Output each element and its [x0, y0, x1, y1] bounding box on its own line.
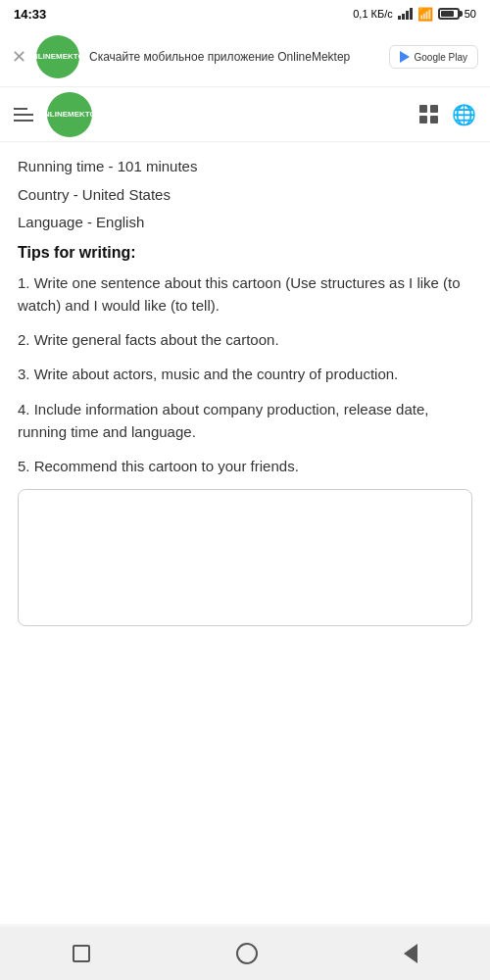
status-right: 0,1 КБ/с 📶 50 [353, 7, 476, 22]
google-play-label: Google Play [415, 52, 467, 63]
navbar: ONLINE MEKTOP 🌐 [0, 87, 490, 142]
back-button[interactable] [404, 944, 417, 963]
tip-3: 3. Write about actors, music and the cou… [18, 363, 472, 385]
nav-logo: ONLINE MEKTOP [47, 92, 92, 137]
tip-1: 1. Write one sentence about this cartoon… [18, 271, 472, 318]
square-icon [73, 945, 90, 962]
language-button[interactable]: 🌐 [452, 103, 476, 126]
home-button[interactable] [236, 943, 258, 964]
tip-4: 4. Include information about company pro… [18, 398, 472, 444]
banner-close-button[interactable]: ✕ [12, 46, 26, 68]
banner-description: Скачайте мобильное приложение OnlineMekt… [89, 49, 379, 66]
battery-icon [438, 8, 460, 20]
battery-level: 50 [465, 8, 476, 20]
play-icon [400, 51, 410, 63]
hamburger-menu-icon[interactable] [14, 108, 33, 122]
running-time-info: Running time - 101 minutes [18, 156, 472, 178]
country-info: Country - United States [18, 184, 472, 207]
language-info: Language - English [18, 212, 472, 234]
banner-logo: ONLINE MEKTOP [36, 35, 79, 78]
back-home-button[interactable] [73, 945, 90, 962]
app-banner: ✕ ONLINE MEKTOP Скачайте мобильное прило… [0, 27, 490, 87]
circle-icon [236, 943, 258, 964]
google-play-button[interactable]: Google Play [389, 45, 478, 69]
tips-heading: Tips for writing: [18, 244, 472, 262]
signal-text: 0,1 КБ/с [353, 8, 393, 20]
status-bar: 14:33 0,1 КБ/с 📶 50 [0, 0, 490, 27]
main-content: Running time - 101 minutes Country - Uni… [0, 142, 490, 924]
status-time: 14:33 [14, 7, 46, 22]
signal-bars-icon [398, 8, 413, 20]
grid-view-button[interactable] [419, 105, 438, 123]
tip-2: 2. Write general facts about the cartoon… [18, 328, 472, 351]
wifi-icon: 📶 [417, 7, 433, 22]
answer-textarea[interactable] [18, 489, 472, 626]
tip-5: 5. Recommend this cartoon to your friend… [18, 455, 472, 477]
bottom-navigation [0, 927, 490, 980]
back-arrow-icon [404, 944, 417, 963]
